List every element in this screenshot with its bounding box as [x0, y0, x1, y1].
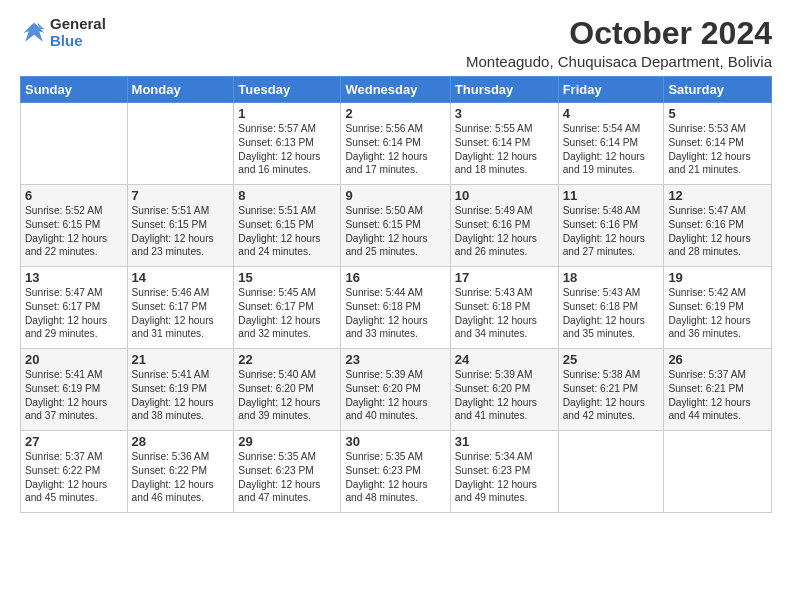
day-info: Sunrise: 5:41 AM Sunset: 6:19 PM Dayligh… [132, 368, 230, 423]
day-info: Sunrise: 5:51 AM Sunset: 6:15 PM Dayligh… [132, 204, 230, 259]
day-number: 26 [668, 352, 767, 367]
day-number: 17 [455, 270, 554, 285]
table-row: 6Sunrise: 5:52 AM Sunset: 6:15 PM Daylig… [21, 185, 128, 267]
col-tuesday: Tuesday [234, 77, 341, 103]
calendar-week-row: 20Sunrise: 5:41 AM Sunset: 6:19 PM Dayli… [21, 349, 772, 431]
table-row: 7Sunrise: 5:51 AM Sunset: 6:15 PM Daylig… [127, 185, 234, 267]
table-row: 4Sunrise: 5:54 AM Sunset: 6:14 PM Daylig… [558, 103, 664, 185]
day-info: Sunrise: 5:39 AM Sunset: 6:20 PM Dayligh… [455, 368, 554, 423]
day-number: 23 [345, 352, 445, 367]
day-info: Sunrise: 5:43 AM Sunset: 6:18 PM Dayligh… [455, 286, 554, 341]
day-info: Sunrise: 5:47 AM Sunset: 6:16 PM Dayligh… [668, 204, 767, 259]
table-row: 23Sunrise: 5:39 AM Sunset: 6:20 PM Dayli… [341, 349, 450, 431]
day-info: Sunrise: 5:48 AM Sunset: 6:16 PM Dayligh… [563, 204, 660, 259]
calendar-week-row: 13Sunrise: 5:47 AM Sunset: 6:17 PM Dayli… [21, 267, 772, 349]
day-info: Sunrise: 5:46 AM Sunset: 6:17 PM Dayligh… [132, 286, 230, 341]
col-wednesday: Wednesday [341, 77, 450, 103]
table-row [558, 431, 664, 513]
col-friday: Friday [558, 77, 664, 103]
calendar-header-row: Sunday Monday Tuesday Wednesday Thursday… [21, 77, 772, 103]
table-row: 22Sunrise: 5:40 AM Sunset: 6:20 PM Dayli… [234, 349, 341, 431]
day-number: 24 [455, 352, 554, 367]
table-row: 1Sunrise: 5:57 AM Sunset: 6:13 PM Daylig… [234, 103, 341, 185]
day-info: Sunrise: 5:39 AM Sunset: 6:20 PM Dayligh… [345, 368, 445, 423]
day-number: 19 [668, 270, 767, 285]
day-info: Sunrise: 5:37 AM Sunset: 6:22 PM Dayligh… [25, 450, 123, 505]
day-number: 30 [345, 434, 445, 449]
day-info: Sunrise: 5:49 AM Sunset: 6:16 PM Dayligh… [455, 204, 554, 259]
table-row: 2Sunrise: 5:56 AM Sunset: 6:14 PM Daylig… [341, 103, 450, 185]
col-thursday: Thursday [450, 77, 558, 103]
calendar-week-row: 6Sunrise: 5:52 AM Sunset: 6:15 PM Daylig… [21, 185, 772, 267]
svg-marker-0 [24, 22, 45, 41]
day-number: 21 [132, 352, 230, 367]
day-info: Sunrise: 5:54 AM Sunset: 6:14 PM Dayligh… [563, 122, 660, 177]
day-number: 31 [455, 434, 554, 449]
day-info: Sunrise: 5:43 AM Sunset: 6:18 PM Dayligh… [563, 286, 660, 341]
logo-blue: Blue [50, 33, 106, 50]
day-number: 5 [668, 106, 767, 121]
col-monday: Monday [127, 77, 234, 103]
day-number: 27 [25, 434, 123, 449]
table-row: 27Sunrise: 5:37 AM Sunset: 6:22 PM Dayli… [21, 431, 128, 513]
logo-text: General Blue [50, 16, 106, 49]
day-number: 11 [563, 188, 660, 203]
calendar-subtitle: Monteagudo, Chuquisaca Department, Boliv… [466, 53, 772, 70]
day-number: 8 [238, 188, 336, 203]
table-row: 21Sunrise: 5:41 AM Sunset: 6:19 PM Dayli… [127, 349, 234, 431]
day-number: 18 [563, 270, 660, 285]
table-row: 5Sunrise: 5:53 AM Sunset: 6:14 PM Daylig… [664, 103, 772, 185]
day-info: Sunrise: 5:50 AM Sunset: 6:15 PM Dayligh… [345, 204, 445, 259]
day-number: 20 [25, 352, 123, 367]
day-info: Sunrise: 5:55 AM Sunset: 6:14 PM Dayligh… [455, 122, 554, 177]
day-number: 22 [238, 352, 336, 367]
day-info: Sunrise: 5:47 AM Sunset: 6:17 PM Dayligh… [25, 286, 123, 341]
day-number: 15 [238, 270, 336, 285]
table-row: 11Sunrise: 5:48 AM Sunset: 6:16 PM Dayli… [558, 185, 664, 267]
table-row: 8Sunrise: 5:51 AM Sunset: 6:15 PM Daylig… [234, 185, 341, 267]
day-info: Sunrise: 5:37 AM Sunset: 6:21 PM Dayligh… [668, 368, 767, 423]
day-number: 1 [238, 106, 336, 121]
day-info: Sunrise: 5:53 AM Sunset: 6:14 PM Dayligh… [668, 122, 767, 177]
table-row: 17Sunrise: 5:43 AM Sunset: 6:18 PM Dayli… [450, 267, 558, 349]
day-info: Sunrise: 5:40 AM Sunset: 6:20 PM Dayligh… [238, 368, 336, 423]
day-info: Sunrise: 5:44 AM Sunset: 6:18 PM Dayligh… [345, 286, 445, 341]
day-info: Sunrise: 5:57 AM Sunset: 6:13 PM Dayligh… [238, 122, 336, 177]
day-number: 3 [455, 106, 554, 121]
table-row: 20Sunrise: 5:41 AM Sunset: 6:19 PM Dayli… [21, 349, 128, 431]
table-row: 24Sunrise: 5:39 AM Sunset: 6:20 PM Dayli… [450, 349, 558, 431]
table-row: 3Sunrise: 5:55 AM Sunset: 6:14 PM Daylig… [450, 103, 558, 185]
day-info: Sunrise: 5:36 AM Sunset: 6:22 PM Dayligh… [132, 450, 230, 505]
calendar-page: General Blue October 2024 Monteagudo, Ch… [0, 0, 792, 612]
day-info: Sunrise: 5:56 AM Sunset: 6:14 PM Dayligh… [345, 122, 445, 177]
day-number: 2 [345, 106, 445, 121]
logo: General Blue [20, 16, 106, 49]
table-row: 18Sunrise: 5:43 AM Sunset: 6:18 PM Dayli… [558, 267, 664, 349]
table-row: 25Sunrise: 5:38 AM Sunset: 6:21 PM Dayli… [558, 349, 664, 431]
day-number: 13 [25, 270, 123, 285]
table-row: 28Sunrise: 5:36 AM Sunset: 6:22 PM Dayli… [127, 431, 234, 513]
day-info: Sunrise: 5:45 AM Sunset: 6:17 PM Dayligh… [238, 286, 336, 341]
table-row: 29Sunrise: 5:35 AM Sunset: 6:23 PM Dayli… [234, 431, 341, 513]
calendar-table: Sunday Monday Tuesday Wednesday Thursday… [20, 76, 772, 513]
day-number: 29 [238, 434, 336, 449]
day-number: 7 [132, 188, 230, 203]
col-saturday: Saturday [664, 77, 772, 103]
day-number: 6 [25, 188, 123, 203]
table-row [127, 103, 234, 185]
col-sunday: Sunday [21, 77, 128, 103]
table-row [21, 103, 128, 185]
day-number: 4 [563, 106, 660, 121]
table-row: 31Sunrise: 5:34 AM Sunset: 6:23 PM Dayli… [450, 431, 558, 513]
day-info: Sunrise: 5:41 AM Sunset: 6:19 PM Dayligh… [25, 368, 123, 423]
day-number: 10 [455, 188, 554, 203]
table-row: 12Sunrise: 5:47 AM Sunset: 6:16 PM Dayli… [664, 185, 772, 267]
table-row: 9Sunrise: 5:50 AM Sunset: 6:15 PM Daylig… [341, 185, 450, 267]
day-info: Sunrise: 5:42 AM Sunset: 6:19 PM Dayligh… [668, 286, 767, 341]
calendar-week-row: 1Sunrise: 5:57 AM Sunset: 6:13 PM Daylig… [21, 103, 772, 185]
day-number: 25 [563, 352, 660, 367]
day-info: Sunrise: 5:51 AM Sunset: 6:15 PM Dayligh… [238, 204, 336, 259]
table-row: 16Sunrise: 5:44 AM Sunset: 6:18 PM Dayli… [341, 267, 450, 349]
day-number: 28 [132, 434, 230, 449]
table-row: 30Sunrise: 5:35 AM Sunset: 6:23 PM Dayli… [341, 431, 450, 513]
